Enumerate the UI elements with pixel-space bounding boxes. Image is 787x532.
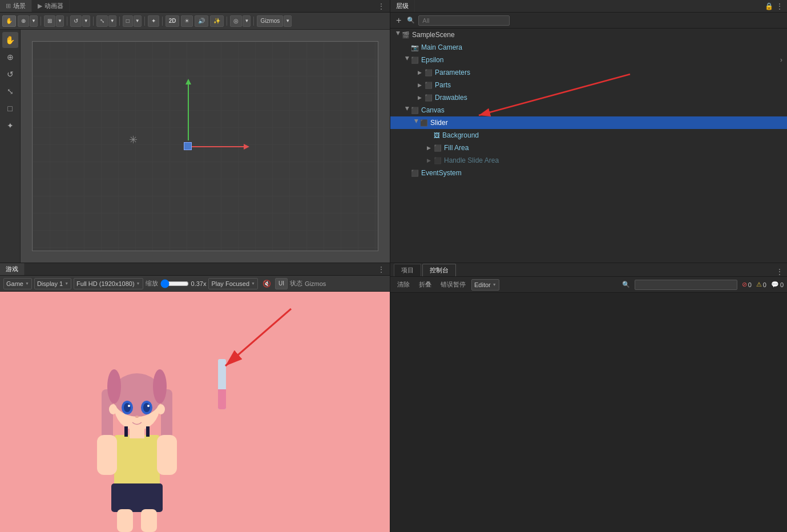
hierarchy-lock-icon[interactable]: 🔒 [765,2,773,10]
tree-item-drawables[interactable]: ▶ ⬛ Drawables [390,91,787,104]
scene-toolbar: ✋ ⊕ ▼ ⊞ ▼ ↺ ▼ ⤡ ▼ [0,13,390,30]
state-btn[interactable]: 状态 [290,279,302,288]
audio-btn[interactable]: 🔊 [195,15,208,27]
search-icon: 🔍 [407,17,415,24]
tree-item-epsilon[interactable]: ▶ ⬛ Epsilon › [390,54,787,66]
hierarchy-tab-bar: 层级 🔒 ⋮ [390,0,787,13]
hierarchy-tab[interactable]: 层级 [390,0,415,12]
rect-dropdown[interactable]: ▼ [134,15,142,27]
clear-btn[interactable]: 清除 [394,279,413,290]
hierarchy-search-input[interactable] [418,15,510,26]
svg-rect-24 [117,509,133,532]
collapse-btn[interactable]: 折叠 [415,279,435,290]
scene-tab-bar: ⊞ 场景 ▶ 动画器 ⋮ [0,0,390,13]
warning-badge: ⚠ 0 [756,281,766,288]
transform-btn[interactable]: ✦ [148,15,159,27]
hierarchy-more-icon[interactable]: ⋮ [776,2,784,11]
tree-item-maincamera[interactable]: ▶ 📷 Main Camera [390,41,787,54]
display-dropdown[interactable]: Display 1 [34,278,71,289]
tree-item-canvas[interactable]: ▶ ⬛ Canvas [390,104,787,116]
crosshair-symbol: ✳ [129,134,138,146]
tree-item-fillarea[interactable]: ▶ ⬛ Fill Area [390,142,787,154]
rect-btn-group: □ ▼ [123,15,142,27]
svg-point-8 [107,369,121,404]
tree-item-eventsystem[interactable]: ▶ ⬛ EventSystem [390,167,787,179]
tree-item-samplescene[interactable]: ▶ 🎬 SampleScene [390,29,787,41]
error-pause-btn[interactable]: 错误暂停 [437,279,469,290]
scale-slider[interactable] [160,280,189,288]
move-tool-group: ⊕ ▼ [18,15,38,27]
svg-rect-2 [114,435,160,486]
grid-overlay-btn-group: Gizmos ▼ [257,15,292,27]
svg-rect-20 [97,435,117,475]
console-body [390,293,787,532]
move-tool-btn[interactable]: ⊕ [18,15,29,27]
visibility-btn-group: ◎ ▼ [230,15,251,27]
hand-tool-btn[interactable]: ✋ [2,15,16,27]
scale-icon[interactable]: ⤡ [2,83,18,99]
game-tab[interactable]: 游戏 [0,263,25,275]
filter-dropdown[interactable]: Editor [471,279,499,291]
move-icon[interactable]: ⊕ [2,49,18,65]
game-panel: 游戏 ⋮ Game Display 1 Full HD (1920x1080) … [0,263,390,532]
gizmos-dropdown[interactable]: ▼ [284,15,292,27]
tree-item-parts[interactable]: ▶ ⬛ Parts [390,79,787,91]
svg-rect-21 [157,435,177,475]
panel-more-btn[interactable]: ⋮ [373,0,390,12]
rect-icon[interactable]: □ [2,100,18,116]
2d-btn[interactable]: 2D [166,15,180,27]
scene-viewport-area: ✋ ⊕ ↺ ⤡ □ ✦ [0,30,390,263]
console-tab-bar: 项目 控制台 ⋮ [390,263,787,277]
console-tab[interactable]: 控制台 [422,264,456,276]
tree-item-background[interactable]: ▶ 🖼 Background [390,129,787,142]
game-type-dropdown[interactable]: Game [3,278,32,289]
game-panel-more-btn[interactable]: ⋮ [373,263,390,275]
svg-rect-19 [130,428,144,438]
tree-item-parameters[interactable]: ▶ ⬛ Parameters [390,66,787,79]
move-dropdown[interactable]: ▼ [30,15,38,27]
ui-btn[interactable]: UI [275,278,288,289]
animator-tab[interactable]: ▶ 动画器 [32,0,70,12]
rotate-dropdown[interactable]: ▼ [82,15,90,27]
rect-btn[interactable]: □ [123,15,133,27]
console-search: 🔍 ⊘ 0 ⚠ 0 💬 0 [622,280,784,290]
transform-icon[interactable]: ✦ [2,118,18,134]
console-toolbar: 清除 折叠 错误暂停 Editor 🔍 ⊘ 0 ⚠ 0 [390,277,787,293]
hierarchy-panel: 层级 🔒 ⋮ + 🔍 ▶ 🎬 SampleScene [390,0,787,263]
console-search-input[interactable] [635,280,737,290]
grid-dropdown[interactable]: ▼ [56,15,64,27]
svg-point-14 [128,405,130,407]
add-object-btn[interactable]: + [394,15,403,26]
tree-item-slider[interactable]: ▶ ⬛ Slider [390,116,787,129]
svg-line-27 [225,309,291,366]
rotate-icon[interactable]: ↺ [2,66,18,82]
svg-point-9 [153,369,167,404]
scale-value: 0.37x [191,280,207,287]
game-red-arrow [0,292,390,532]
gizmos-btn[interactable]: Gizmos [305,280,326,287]
visibility-dropdown[interactable]: ▼ [243,15,251,27]
mute-btn[interactable]: 🔇 [260,278,273,289]
project-tab[interactable]: 项目 [394,264,421,276]
console-panel: 项目 控制台 ⋮ 清除 折叠 错误暂停 Editor 🔍 [390,263,787,532]
resolution-dropdown[interactable]: Full HD (1920x1080) [74,278,143,289]
rotate-btn[interactable]: ↺ [70,15,82,27]
gizmos-btn[interactable]: Gizmos [257,15,283,27]
play-focused-dropdown[interactable]: Play Focused [208,278,258,289]
search-icon-console: 🔍 [622,281,630,288]
visibility-btn[interactable]: ◎ [230,15,242,27]
svg-rect-3 [111,483,163,512]
scene-tab[interactable]: ⊞ 场景 [0,0,32,12]
hierarchy-options: 🔒 ⋮ [765,0,787,12]
game-toolbar: Game Display 1 Full HD (1920x1080) 缩放 0.… [0,276,390,292]
lighting-btn[interactable]: ☀ [181,15,193,27]
grid-btn[interactable]: ⊞ [44,15,55,27]
tree-item-handleslidarea[interactable]: ▶ ⬛ Handle Slide Area [390,154,787,167]
scale-btn-group: ⤡ ▼ [96,15,116,27]
console-more-btn[interactable]: ⋮ [776,267,784,276]
effects-btn[interactable]: ✨ [210,15,224,27]
hand-icon[interactable]: ✋ [2,32,18,48]
hierarchy-tree: ▶ 🎬 SampleScene ▶ 📷 Main Camera ▶ ⬛ Epsi… [390,29,787,263]
scale-btn[interactable]: ⤡ [96,15,108,27]
scale-dropdown[interactable]: ▼ [108,15,116,27]
